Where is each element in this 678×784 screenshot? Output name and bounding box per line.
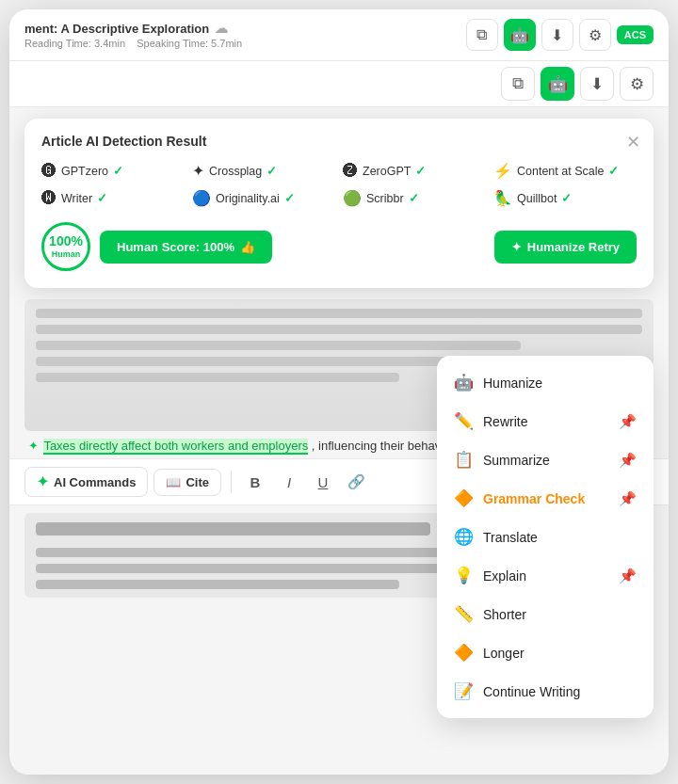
- doc-title-text: ment: A Descriptive Exploration: [24, 22, 209, 36]
- rewrite-pin-icon: 📌: [619, 413, 637, 430]
- settings-icon-btn[interactable]: ⚙: [579, 19, 611, 51]
- menu-item-continue-writing[interactable]: 📝 Continue Writing: [437, 672, 654, 711]
- summarize-menu-icon: 📋: [454, 450, 474, 470]
- detector-scribbr: 🟢 Scribbr ✓: [343, 189, 486, 207]
- doc-meta: Reading Time: 3.4min Speaking Time: 5.7m…: [24, 38, 242, 49]
- detection-title: Article AI Detection Result: [41, 134, 637, 149]
- acs-badge: ACS: [617, 25, 654, 44]
- star-icon: ✦: [37, 473, 49, 490]
- detector-crossplag: ✦ Crossplag ✓: [192, 162, 335, 180]
- ai2-icon-btn[interactable]: 🤖: [541, 67, 574, 101]
- quillbot-icon: 🦜: [493, 189, 512, 207]
- longer-menu-icon: 🔶: [454, 643, 474, 663]
- bold-icon: B: [250, 474, 261, 490]
- download2-icon-btn[interactable]: ⬇: [580, 67, 614, 101]
- link-icon: 🔗: [347, 473, 365, 490]
- cloud-icon: ☁: [215, 21, 228, 36]
- explain-menu-icon: 💡: [454, 566, 474, 585]
- explain-pin-icon: 📌: [619, 568, 637, 584]
- top-toolbar: ment: A Descriptive Exploration ☁ Readin…: [9, 9, 669, 61]
- detector-zerogpt: 🅩 ZeroGPT ✓: [343, 162, 486, 180]
- score-row: 100% Human Human Score: 100% 👍 ✦ Humaniz…: [41, 222, 637, 271]
- ai-commands-dropdown: 🤖 Humanize ✏️ Rewrite 📌 📋 Summarize 📌 🔶 …: [437, 356, 654, 718]
- detector-originality: 🔵 Originality.ai ✓: [192, 189, 335, 207]
- highlighted-phrase: Taxes directly affect both workers and e…: [43, 439, 308, 455]
- humanize-menu-icon: 🤖: [454, 373, 474, 392]
- zerogpt-icon: 🅩: [343, 163, 358, 180]
- copy2-icon-btn[interactable]: ⧉: [501, 67, 535, 101]
- crossplag-icon: ✦: [192, 162, 204, 180]
- cite-button[interactable]: 📖 Cite: [153, 469, 221, 496]
- menu-item-summarize[interactable]: 📋 Summarize 📌: [437, 440, 654, 479]
- doc-info: ment: A Descriptive Exploration ☁ Readin…: [24, 21, 242, 49]
- summarize-pin-icon: 📌: [619, 452, 637, 469]
- top-toolbar-icons: ⧉ 🤖 ⬇ ⚙ ACS: [466, 19, 654, 51]
- gptzero-icon: 🅖: [41, 163, 56, 180]
- format-underline-button[interactable]: U: [309, 468, 337, 496]
- settings2-icon-btn[interactable]: ⚙: [620, 67, 654, 101]
- doc-title: ment: A Descriptive Exploration ☁: [24, 21, 242, 36]
- menu-item-translate[interactable]: 🌐 Translate: [437, 518, 654, 556]
- detector-writer: 🅦 Writer ✓: [41, 189, 185, 207]
- score-left: 100% Human Human Score: 100% 👍: [41, 222, 272, 271]
- menu-item-humanize[interactable]: 🤖 Humanize: [437, 363, 654, 402]
- menu-item-shorter[interactable]: 📏 Shorter: [437, 595, 654, 633]
- second-toolbar: ⧉ 🤖 ⬇ ⚙: [9, 61, 669, 107]
- underline-icon: U: [318, 474, 329, 490]
- scribbr-icon: 🟢: [343, 189, 362, 207]
- ai-scan-icon-btn[interactable]: 🤖: [504, 19, 536, 51]
- detector-content-at-scale: ⚡ Content at Scale ✓: [493, 162, 637, 180]
- humanize-retry-button[interactable]: ✦ Humanize Retry: [494, 231, 637, 264]
- writer-icon: 🅦: [41, 190, 56, 207]
- rewrite-menu-icon: ✏️: [454, 411, 474, 431]
- cursor-icon: ✦: [28, 439, 39, 453]
- menu-item-longer[interactable]: 🔶 Longer: [437, 633, 654, 672]
- detector-grid: 🅖 GPTzero ✓ ✦ Crossplag ✓ 🅩 ZeroGPT ✓ ⚡ …: [41, 162, 637, 207]
- detector-quillbot: 🦜 Quillbot ✓: [493, 189, 637, 207]
- format-bold-button[interactable]: B: [241, 468, 269, 496]
- toolbar-divider-1: [231, 471, 232, 493]
- speaking-time: Speaking Time: 5.7min: [137, 38, 242, 49]
- score-circle: 100% Human: [41, 222, 90, 271]
- human-score-badge: Human Score: 100% 👍: [100, 231, 272, 264]
- close-detection-button[interactable]: ✕: [626, 132, 640, 152]
- detection-card: Article AI Detection Result ✕ 🅖 GPTzero …: [24, 119, 654, 288]
- italic-icon: I: [287, 474, 291, 490]
- menu-item-explain[interactable]: 💡 Explain 📌: [437, 556, 654, 595]
- book-icon: 📖: [166, 475, 181, 489]
- continue-writing-menu-icon: 📝: [454, 681, 474, 701]
- format-link-button[interactable]: 🔗: [343, 468, 371, 496]
- menu-item-rewrite[interactable]: ✏️ Rewrite 📌: [437, 402, 654, 440]
- grammar-pin-icon: 📌: [619, 490, 637, 507]
- reading-time: Reading Time: 3.4min: [24, 38, 125, 49]
- shorter-menu-icon: 📏: [454, 604, 474, 624]
- download-icon-btn[interactable]: ⬇: [541, 19, 573, 51]
- cas-icon: ⚡: [493, 162, 512, 180]
- translate-menu-icon: 🌐: [454, 527, 474, 547]
- originality-icon: 🔵: [192, 189, 211, 207]
- grammar-menu-icon: 🔶: [454, 488, 474, 508]
- detector-gptzero: 🅖 GPTzero ✓: [41, 162, 185, 180]
- copy-icon-btn[interactable]: ⧉: [466, 19, 498, 51]
- ai-commands-button[interactable]: ✦ AI Commands: [24, 467, 148, 497]
- format-italic-button[interactable]: I: [275, 468, 303, 496]
- menu-item-grammar-check[interactable]: 🔶 Grammar Check 📌: [437, 479, 654, 518]
